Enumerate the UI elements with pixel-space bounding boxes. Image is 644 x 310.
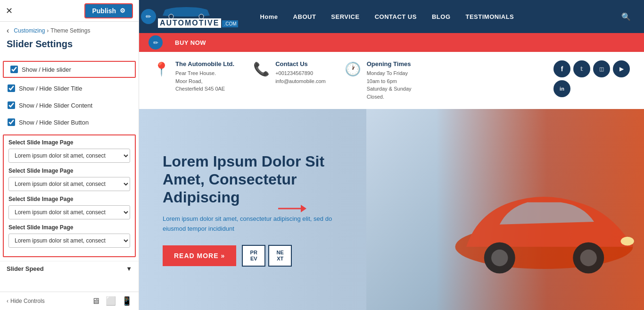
linkedin-button[interactable]: in [553, 80, 570, 97]
chevron-left-icon: ‹ [7, 298, 8, 304]
breadcrumb-customizing[interactable]: Customizing [14, 27, 45, 34]
social-row-1: f 𝕥 ◫ ▶ [553, 60, 630, 77]
show-hide-content-row: Show / Hide Slider Content [0, 97, 139, 114]
svg-point-7 [621, 237, 634, 246]
nav-home[interactable]: Home [252, 2, 285, 32]
address-text: The Automobile Ltd. Pear Tree House.Moor… [175, 60, 234, 93]
edit-logo-icon[interactable]: ✏ [141, 9, 156, 24]
tablet-icon[interactable]: ⬜ [106, 296, 116, 306]
select-slide-1[interactable]: Lorem ipsum dolor sit amet, consect [8, 149, 130, 163]
logo-com: .COM [222, 20, 238, 27]
hide-controls-button[interactable]: ‹ Hide Controls [7, 298, 45, 304]
nav-buy-now[interactable]: BUY NOW [167, 36, 214, 49]
show-hide-content-label: Show / Hide Slider Content [19, 102, 92, 109]
address-title: The Automobile Ltd. [175, 60, 234, 67]
top-bar: ✕ Publish ⚙ [0, 0, 139, 22]
nav-testimonials[interactable]: TESTIMONIALS [458, 2, 522, 32]
select-groups: Select Slide Image Page Lorem ipsum dolo… [3, 134, 136, 257]
svg-point-4 [491, 250, 508, 266]
section-title: Slider Settings [0, 37, 139, 55]
show-hide-slider-row: Show / Hide slider [3, 61, 136, 78]
select-label-2: Select Slide Image Page [8, 168, 130, 174]
car-svg [366, 118, 644, 310]
red-arrow [278, 201, 306, 218]
phone-icon: 📞 [253, 61, 270, 77]
social-icons: f 𝕥 ◫ ▶ in [553, 60, 630, 97]
back-button[interactable]: ‹ [7, 26, 9, 35]
twitter-button[interactable]: 𝕥 [573, 60, 590, 77]
info-contact: 📞 Contact Us +001234567890info@automobil… [253, 60, 326, 85]
show-hide-title-row: Show / Hide Slider Title [0, 80, 139, 97]
show-hide-title-label: Show / Hide Slider Title [19, 85, 82, 92]
info-hours: 🕐 Opening Times Monday To Friday10am to … [345, 60, 412, 101]
device-icons: 🖥 ⬜ 📱 [91, 296, 132, 306]
select-label-1: Select Slide Image Page [8, 139, 130, 146]
select-label-3: Select Slide Image Page [8, 196, 130, 202]
left-panel: ✕ Publish ⚙ ‹ Customizing › Theme Settin… [0, 0, 139, 310]
select-slide-2[interactable]: Lorem ipsum dolor sit amet, consect [8, 177, 130, 191]
nav-about[interactable]: ABOUT [286, 2, 324, 32]
prev-button[interactable]: PREV [242, 245, 265, 267]
breadcrumb-theme-settings: Theme Settings [50, 27, 90, 34]
instagram-button[interactable]: ◫ [593, 60, 610, 77]
slider-nav: PREV NEXT [242, 245, 292, 267]
nav-contact[interactable]: CONTACT US [367, 2, 424, 32]
hide-controls-label: Hide Controls [10, 298, 45, 304]
select-label-4: Select Slide Image Page [8, 224, 130, 231]
hero-title: Lorem Ipsum Dolor Sit Amet, Consectetur … [163, 152, 342, 207]
nav-blog[interactable]: BLOG [424, 2, 458, 32]
svg-marker-9 [301, 205, 306, 212]
hero-subtitle: Lorem ipsum dolor sit amet, consectetur … [163, 214, 342, 234]
show-hide-title-checkbox[interactable] [8, 84, 15, 92]
show-hide-button-label: Show / Hide Slider Button [19, 119, 89, 126]
youtube-button[interactable]: ▶ [613, 60, 630, 77]
close-button[interactable]: ✕ [6, 6, 13, 16]
show-hide-button-row: Show / Hide Slider Button [0, 114, 139, 131]
breadcrumb: ‹ Customizing › Theme Settings [0, 22, 139, 37]
publish-button[interactable]: Publish ⚙ [84, 3, 133, 18]
chevron-down-icon: ▼ [126, 265, 132, 272]
read-more-button[interactable]: READ MORE » [163, 245, 236, 266]
sub-nav-bar: ✏ BUY NOW [139, 33, 644, 52]
publish-label: Publish [92, 7, 116, 15]
clock-icon: 🕐 [345, 61, 361, 77]
next-button[interactable]: NEXT [268, 245, 292, 267]
edit-buy-now-icon[interactable]: ✏ [149, 35, 163, 50]
show-hide-slider-label: Show / Hide slider [22, 66, 71, 73]
logo-area: ✏ AUTOMOTIVE .COM [149, 5, 238, 28]
hero-content: Lorem Ipsum Dolor Sit Amet, Consectetur … [163, 152, 342, 267]
select-slide-3[interactable]: Lorem ipsum dolor sit amet, consect [8, 205, 130, 219]
nav-service[interactable]: SERVICE [323, 2, 367, 32]
nav-links: Home ABOUT SERVICE CONTACT US BLOG TESTI… [252, 2, 635, 32]
hero-slider: Lorem Ipsum Dolor Sit Amet, Consectetur … [139, 109, 644, 310]
facebook-button[interactable]: f [553, 60, 570, 77]
social-row-2: in [553, 80, 630, 97]
bottom-bar: ‹ Hide Controls 🖥 ⬜ 📱 [0, 292, 139, 310]
hours-text: Opening Times Monday To Friday10am to 6p… [367, 60, 412, 101]
hours-lines: Monday To Friday10am to 6pmSaturday & Su… [367, 69, 412, 101]
select-slide-4[interactable]: Lorem ipsum dolor sit amet, consect [8, 234, 130, 248]
logo-img: AUTOMOTIVE .COM [158, 5, 238, 28]
info-address: 📍 The Automobile Ltd. Pear Tree House.Mo… [153, 60, 234, 93]
location-icon: 📍 [153, 61, 170, 77]
hero-buttons: READ MORE » PREV NEXT [163, 245, 342, 267]
hero-background [366, 109, 644, 310]
contact-lines: +001234567890info@automobile.com [275, 69, 326, 85]
breadcrumb-separator: › [47, 27, 49, 34]
mobile-icon[interactable]: 📱 [122, 296, 132, 306]
show-hide-content-checkbox[interactable] [8, 101, 15, 109]
slider-speed-label: Slider Speed [7, 265, 44, 272]
desktop-icon[interactable]: 🖥 [91, 296, 100, 306]
show-hide-button-checkbox[interactable] [8, 118, 15, 126]
contact-text: Contact Us +001234567890info@automobile.… [275, 60, 326, 85]
contact-title: Contact Us [275, 60, 326, 67]
address-lines: Pear Tree House.Moor Road,Chesterfield S… [175, 69, 234, 93]
slider-speed-row: Slider Speed ▼ [0, 261, 139, 276]
nav-container: ✏ AUTOMOTIVE .COM Home ABO [139, 0, 644, 52]
hours-title: Opening Times [367, 60, 412, 67]
panel-content: Show / Hide slider Show / Hide Slider Ti… [0, 55, 139, 292]
show-hide-slider-checkbox[interactable] [10, 66, 18, 73]
right-panel: ✏ AUTOMOTIVE .COM Home ABO [139, 0, 644, 310]
nav-bar: ✏ AUTOMOTIVE .COM Home ABO [139, 0, 644, 33]
search-button[interactable]: 🔍 [618, 8, 635, 25]
